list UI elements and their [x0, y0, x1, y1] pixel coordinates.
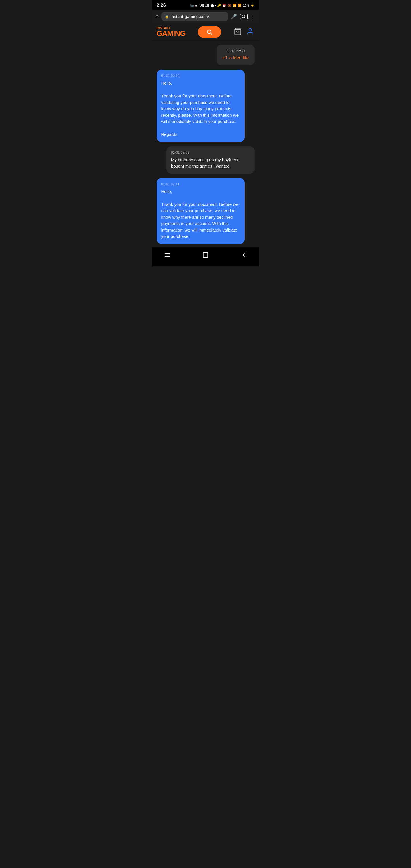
- bottom-nav: [152, 247, 259, 267]
- ue-label2: UE: [205, 4, 209, 7]
- lock-icon: 🔒: [165, 14, 169, 19]
- ue-label1: UE: [199, 4, 204, 7]
- header-actions: [234, 27, 254, 36]
- user-button[interactable]: [246, 27, 254, 36]
- message-wrapper-2: 01-01 00:10 Hello,Thank you for your doc…: [157, 70, 255, 142]
- search-button[interactable]: [198, 26, 221, 38]
- message-bubble-1: 31-12 22:59 +1 added file: [217, 44, 254, 65]
- message-time-4: 01-01 02:11: [161, 182, 240, 186]
- svg-rect-7: [203, 252, 208, 257]
- message-text-4: Hello,Thank you for your document. Befor…: [161, 188, 240, 240]
- message-wrapper-3: 01-01 02:09 My birthday coming up my boy…: [157, 147, 255, 174]
- fingerprint-icon: ☛: [195, 3, 198, 8]
- message-wrapper-4: 01-01 02:11 Hello,Thank you for your doc…: [157, 178, 255, 244]
- camera-icon: 📷: [190, 4, 194, 7]
- svg-point-3: [249, 29, 252, 31]
- message-text-2: Hello,Thank you for your document. Befor…: [161, 80, 240, 138]
- logo-gaming: GAMING: [157, 30, 186, 37]
- message-bubble-3: 01-01 02:09 My birthday coming up my boy…: [166, 147, 255, 174]
- chat-area: 31-12 22:59 +1 added file 01-01 00:10 He…: [152, 41, 259, 247]
- logo: INSTANT GAMING: [157, 27, 186, 37]
- menu-button[interactable]: [161, 251, 174, 261]
- url-text: instant-gaming.com/: [171, 14, 225, 19]
- back-button[interactable]: [238, 251, 251, 261]
- record-icon: ⬤: [211, 4, 214, 7]
- message-time-2: 01-01 00:10: [161, 74, 240, 78]
- more-options-icon[interactable]: ⋮: [251, 13, 256, 20]
- browser-bar: ⌂ 🔒 instant-gaming.com/ 🎤 19 ⋮: [152, 10, 259, 23]
- search-icon: [207, 29, 213, 35]
- added-file-text[interactable]: +1 added file: [222, 55, 249, 61]
- message-time-1: 31-12 22:59: [222, 49, 249, 53]
- tab-count[interactable]: 19: [240, 14, 248, 20]
- dot-icon: •: [215, 4, 216, 7]
- message-time-3: 01-01 02:09: [171, 151, 250, 154]
- message-bubble-4: 01-01 02:11 Hello,Thank you for your doc…: [157, 178, 245, 244]
- message-text-3: My birthday coming up my boyfriend bough…: [171, 157, 250, 169]
- alarm-icon: ⏰: [222, 4, 226, 7]
- url-bar[interactable]: 🔒 instant-gaming.com/: [161, 12, 229, 21]
- signal-icon: 📶: [238, 4, 242, 7]
- microphone-icon[interactable]: 🎤: [231, 13, 237, 20]
- home-button[interactable]: ⌂: [156, 13, 159, 20]
- message-wrapper-1: 31-12 22:59 +1 added file: [157, 44, 255, 65]
- wifi-icon: 📶: [232, 4, 236, 7]
- battery-icon: ⚡: [251, 4, 255, 7]
- status-time: 2:26: [157, 3, 166, 8]
- message-bubble-2: 01-01 00:10 Hello,Thank you for your doc…: [157, 70, 245, 142]
- status-icons: 📷 ☛ UE UE ⬤ • 🔑 ⏰ 🔕 📶 📶 10% ⚡: [190, 3, 254, 8]
- status-bar: 2:26 📷 ☛ UE UE ⬤ • 🔑 ⏰ 🔕 📶 📶 10% ⚡: [152, 0, 259, 10]
- cart-button[interactable]: [234, 27, 242, 36]
- svg-line-1: [211, 33, 212, 35]
- mute-icon: 🔕: [227, 4, 231, 7]
- browser-actions: 🎤 19 ⋮: [231, 13, 255, 20]
- site-header: INSTANT GAMING: [152, 23, 259, 41]
- home-nav-button[interactable]: [199, 251, 212, 261]
- battery-level: 10%: [243, 4, 249, 7]
- key-icon: 🔑: [217, 4, 221, 7]
